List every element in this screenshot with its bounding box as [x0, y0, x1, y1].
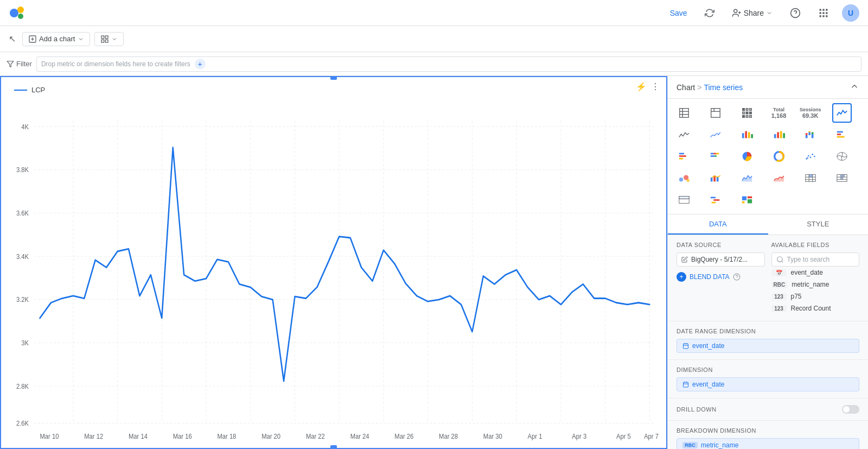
drill-down-section: Drill down [668, 399, 868, 421]
filter-add-button[interactable]: + [195, 59, 206, 69]
apps-button[interactable] [814, 5, 833, 21]
blend-data-button[interactable]: + BLEND DATA [676, 270, 765, 284]
chart-type-gantt[interactable] [706, 190, 725, 210]
avatar[interactable]: U [842, 4, 859, 22]
chart-type-table2[interactable] [674, 190, 694, 210]
chart-type-table-bars[interactable] [832, 168, 852, 188]
chart-type-smooth[interactable] [706, 125, 725, 144]
heatmap-icon [741, 107, 753, 119]
svg-rect-99 [811, 132, 813, 134]
chart-svg: .grid-line { stroke: #e0e0e0; stroke-wid… [1, 77, 666, 448]
widget-button[interactable] [94, 32, 124, 46]
svg-point-118 [807, 157, 808, 159]
toolbar: ↖ Add a chart [0, 26, 868, 52]
chart-type-bar[interactable] [737, 125, 757, 144]
blend-help-icon[interactable] [733, 273, 741, 281]
chart-type-horiz-stacked[interactable] [706, 147, 725, 166]
tab-style[interactable]: STYLE [768, 214, 869, 235]
chart-type-bar-color[interactable] [769, 125, 789, 144]
field-metric-name[interactable]: RBC metric_name [771, 279, 860, 290]
panel-tabs: DATA STYLE [668, 214, 868, 235]
svg-text:Mar 20: Mar 20 [261, 432, 280, 440]
svg-text:Mar 12: Mar 12 [84, 432, 103, 440]
svg-rect-78 [743, 112, 745, 114]
breakdown-field[interactable]: RBC metric_name [676, 438, 859, 449]
date-range-field[interactable]: event_date [676, 339, 859, 353]
svg-rect-91 [777, 132, 779, 138]
filter-placeholder: Drop metric or dimension fields here to … [41, 60, 190, 68]
share-button[interactable]: Share [727, 6, 777, 20]
chart-type-scatter[interactable] [801, 147, 820, 166]
topbar: Save Share [0, 0, 868, 26]
date-range-section: Date Range Dimension event_date [668, 321, 868, 360]
chart-type-timeseries[interactable] [832, 103, 852, 123]
field-record-count[interactable]: 123 Record Count [771, 302, 860, 314]
svg-rect-123 [711, 178, 713, 181]
drill-down-toggle[interactable] [842, 405, 859, 414]
svg-text:Mar 26: Mar 26 [394, 432, 413, 440]
dimension-label: Dimension [676, 366, 859, 373]
calendar-icon2 [682, 381, 689, 388]
breadcrumb: Chart > Time series [676, 83, 743, 92]
chart-type-table[interactable] [674, 103, 694, 123]
svg-rect-98 [811, 134, 813, 138]
chart-type-area[interactable] [737, 168, 757, 188]
svg-text:Mar 14: Mar 14 [129, 432, 148, 440]
svg-text:3.2K: 3.2K [16, 296, 29, 304]
datasource-chip[interactable]: BigQuery - 5/17/2... [676, 252, 765, 267]
main-area: ⚡ ⋮ LCP .grid-line { stroke: #e0e0e0; st… [0, 76, 868, 449]
add-chart-label: Add a chart [39, 35, 75, 43]
date-range-label: Date Range Dimension [676, 328, 859, 334]
chart-type-pie[interactable] [737, 147, 757, 166]
datasource-name: BigQuery - 5/17/2... [691, 256, 748, 263]
dimension-field[interactable]: event_date [676, 377, 859, 391]
chart-type-horiz-bar2[interactable] [674, 147, 694, 166]
help-button[interactable] [786, 5, 805, 21]
filter-drop-area[interactable]: Drop metric or dimension fields here to … [36, 56, 861, 72]
chart-type-bar-stacked[interactable] [801, 125, 820, 144]
apps-icon [818, 8, 829, 18]
save-button[interactable]: Save [666, 7, 692, 20]
chart-type-scorecard-total[interactable]: Total 1,168 [769, 103, 789, 123]
pencil-icon [681, 256, 688, 263]
chart-type-donut[interactable] [769, 147, 789, 166]
chart-type-pivot[interactable] [706, 103, 725, 123]
cursor-tool[interactable]: ↖ [7, 31, 18, 46]
chart-type-line-small[interactable] [674, 125, 694, 144]
chart-type-scorecard-sessions[interactable]: Sessions 69.3K [801, 103, 820, 123]
svg-rect-140 [711, 197, 716, 199]
svg-text:Apr 7: Apr 7 [644, 432, 659, 440]
breakdown-field-name: metric_name [701, 441, 738, 449]
chart-type-heatmap[interactable] [737, 103, 757, 123]
svg-rect-85 [750, 116, 752, 118]
chart-type-bar-combo[interactable] [706, 168, 725, 188]
tab-data[interactable]: DATA [668, 214, 768, 235]
data-source-col: Data source BigQuery - 5/17/2... + BLEND… [676, 242, 765, 314]
add-chart-button[interactable]: Add a chart [22, 32, 90, 46]
search-field[interactable]: Type to search [771, 252, 860, 267]
data-source-row: Data source BigQuery - 5/17/2... + BLEND… [676, 242, 859, 314]
svg-text:Mar 22: Mar 22 [306, 432, 325, 440]
refresh-button[interactable] [700, 6, 719, 20]
chart-type-bubble[interactable] [674, 168, 694, 188]
svg-point-122 [687, 179, 690, 182]
widget-chevron [111, 36, 118, 42]
data-source-section: Data source BigQuery - 5/17/2... + BLEND… [668, 235, 868, 321]
svg-rect-107 [713, 153, 716, 155]
add-chart-chevron [78, 36, 84, 42]
svg-text:Apr 5: Apr 5 [616, 432, 631, 440]
chart-type-block[interactable] [737, 190, 757, 210]
chart-area[interactable]: ⚡ ⋮ LCP .grid-line { stroke: #e0e0e0; st… [0, 76, 667, 449]
field-p75[interactable]: 123 p75 [771, 290, 860, 302]
field-event-date[interactable]: 📅 event_date [771, 267, 860, 279]
panel-close-button[interactable] [850, 81, 859, 93]
svg-rect-104 [679, 155, 686, 157]
drill-down-row: Drill down [676, 405, 859, 414]
chart-type-bar-horiz[interactable] [832, 125, 852, 144]
chart-type-geo[interactable] [832, 147, 852, 166]
svg-text:Mar 18: Mar 18 [217, 432, 236, 440]
chart-type-table-heatmap[interactable] [801, 168, 820, 188]
add-chart-icon [28, 35, 37, 43]
table-icon [678, 107, 690, 119]
chart-type-area-smooth[interactable] [769, 168, 789, 188]
